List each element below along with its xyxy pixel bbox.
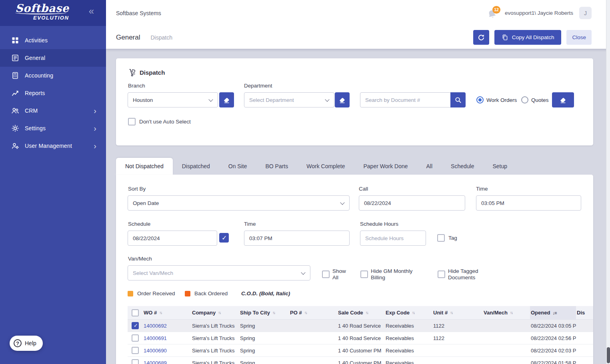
schedule-checkbox[interactable]: [219, 233, 229, 243]
tab-setup[interactable]: Setup: [483, 158, 516, 175]
order-received-swatch: [128, 291, 133, 296]
call-time-input[interactable]: [476, 195, 581, 211]
notifications-button[interactable]: 12: [487, 7, 499, 20]
van-mech-value: Select Van/Mech: [133, 270, 173, 276]
table-row[interactable]: 14000690 Sierra's Lift Trucks Spring 1 4…: [128, 344, 593, 357]
wo-link[interactable]: 14000691: [144, 335, 167, 341]
sale-code-cell: 1 40 Road Service: [337, 332, 385, 344]
help-button[interactable]: ? Help: [10, 336, 43, 351]
tab-paper-work-done[interactable]: Paper Work Done: [354, 158, 417, 175]
work-orders-label: Work Orders: [486, 97, 517, 103]
table-row[interactable]: 14000692 Sierra's Lift Trucks Spring 1 4…: [128, 320, 593, 332]
tab-not-dispatched[interactable]: Not Dispatched: [116, 158, 173, 175]
brand-name: Softbase: [15, 3, 69, 14]
wo-link[interactable]: 14000689: [144, 360, 167, 364]
search-clear-button[interactable]: [552, 92, 574, 107]
branch-label: Branch: [128, 83, 145, 89]
refresh-button[interactable]: [473, 30, 489, 45]
hide-gm-monthly-billing-checkbox[interactable]: [360, 271, 368, 278]
col-sale-code[interactable]: Sale Code: [338, 310, 363, 316]
select-all-checkbox[interactable]: [132, 309, 139, 316]
vertical-scrollbar[interactable]: [606, 0, 610, 364]
tag-label: Tag: [448, 235, 457, 241]
col-po[interactable]: PO #: [290, 310, 302, 316]
avatar[interactable]: J: [579, 7, 592, 19]
sidebar-item-activities[interactable]: Activities: [0, 32, 106, 49]
col-wo[interactable]: WO #: [144, 310, 157, 316]
sort-by-select[interactable]: Open Date: [128, 195, 350, 211]
schedule-time-input[interactable]: [244, 231, 350, 246]
sidebar-item-settings[interactable]: Settings ›: [0, 119, 106, 137]
department-clear-button[interactable]: [335, 92, 350, 107]
sidebar-item-label: General: [25, 55, 45, 61]
branch-select[interactable]: Houston: [128, 92, 218, 107]
auto-select-checkbox[interactable]: [128, 118, 136, 125]
show-all-checkbox[interactable]: [322, 271, 330, 278]
sort-desc-icon: ↓≡: [552, 310, 556, 315]
general-icon: [11, 54, 19, 62]
cod-legend-label: C.O.D. (Bold, Italic): [241, 290, 290, 296]
table-row[interactable]: 14000691 Sierra's Lift Trucks Spring 1 4…: [128, 332, 593, 344]
user-gear-icon: [11, 142, 19, 150]
app-root: Softbase EVOLUTION « Activities General: [0, 0, 610, 364]
notification-badge: 12: [492, 6, 500, 14]
tab-work-complete[interactable]: Work Complete: [297, 158, 354, 175]
col-company[interactable]: Company: [192, 310, 216, 316]
col-opened[interactable]: Opened: [531, 310, 550, 316]
wo-link[interactable]: 14000690: [144, 348, 167, 354]
tag-checkbox[interactable]: [437, 234, 445, 242]
row-checkbox[interactable]: [132, 334, 139, 342]
branch-clear-button[interactable]: [219, 92, 234, 107]
col-exp-code[interactable]: Exp Code: [386, 310, 410, 316]
tab-dispatched[interactable]: Dispatched: [173, 158, 219, 175]
sort-icon: ↑↓: [450, 310, 452, 315]
department-select[interactable]: Select Department: [244, 92, 334, 107]
city-cell: Spring: [239, 320, 289, 332]
tab-dispatch[interactable]: Dispatch: [150, 34, 172, 41]
van-mech-cell: [483, 320, 530, 332]
document-search-input[interactable]: [360, 92, 451, 107]
call-date-input[interactable]: [359, 195, 465, 211]
schedule-hours-input[interactable]: [360, 231, 426, 246]
sidebar-item-accounting[interactable]: Accounting: [0, 67, 106, 84]
tab-general[interactable]: General: [116, 34, 140, 42]
city-cell: Spring: [239, 344, 289, 356]
document-search-button[interactable]: [450, 92, 466, 107]
row-checkbox[interactable]: [132, 347, 139, 354]
work-orders-radio[interactable]: [476, 96, 484, 103]
tab-on-site[interactable]: On Site: [219, 158, 256, 175]
sidebar-item-reports[interactable]: Reports: [0, 84, 106, 102]
row-checkbox[interactable]: [132, 359, 139, 364]
sidebar-item-crm[interactable]: CRM ›: [0, 102, 106, 119]
copy-all-dispatch-button[interactable]: Copy All Dispatch: [494, 30, 562, 45]
tab-bo-parts[interactable]: BO Parts: [256, 158, 297, 175]
col-van-mech[interactable]: Van/Mech: [484, 310, 508, 316]
van-mech-select[interactable]: Select Van/Mech: [128, 265, 310, 280]
quotes-radio[interactable]: [521, 96, 528, 103]
close-button[interactable]: Close: [566, 30, 592, 45]
help-question-icon: ?: [14, 339, 22, 347]
sidebar-item-label: Settings: [25, 125, 46, 131]
col-dispatch[interactable]: Dis: [577, 310, 585, 316]
sidebar-item-label: Activities: [25, 37, 48, 44]
sidebar-collapse-button[interactable]: «: [89, 6, 94, 16]
call-time-label: Time: [476, 186, 488, 192]
schedule-date-input[interactable]: [128, 231, 217, 246]
chevron-right-icon: ›: [94, 107, 96, 115]
tab-schedule[interactable]: Schedule: [442, 158, 483, 175]
col-ship-to-city[interactable]: Ship To City: [240, 310, 270, 316]
dispatch-cell: [576, 357, 593, 364]
sidebar-item-user-management[interactable]: User Management ›: [0, 137, 106, 155]
sidebar-item-general[interactable]: General: [0, 49, 106, 67]
wo-link[interactable]: 14000692: [144, 323, 167, 329]
hide-tagged-documents-checkbox[interactable]: [438, 271, 445, 278]
sort-icon: ↑↓: [159, 310, 162, 315]
po-cell: [289, 320, 337, 332]
row-checkbox[interactable]: [132, 322, 139, 329]
tab-all[interactable]: All: [417, 158, 442, 175]
current-user[interactable]: evosupport1\ Jaycie Roberts: [505, 10, 573, 16]
col-unit[interactable]: Unit #: [433, 310, 448, 316]
table-row[interactable]: 14000689 Sierra's Lift Trucks Spring 1 4…: [128, 357, 593, 364]
opened-cell: 08/22/2024 02:56 P: [530, 332, 576, 344]
scrollbar-thumb[interactable]: [607, 347, 610, 363]
